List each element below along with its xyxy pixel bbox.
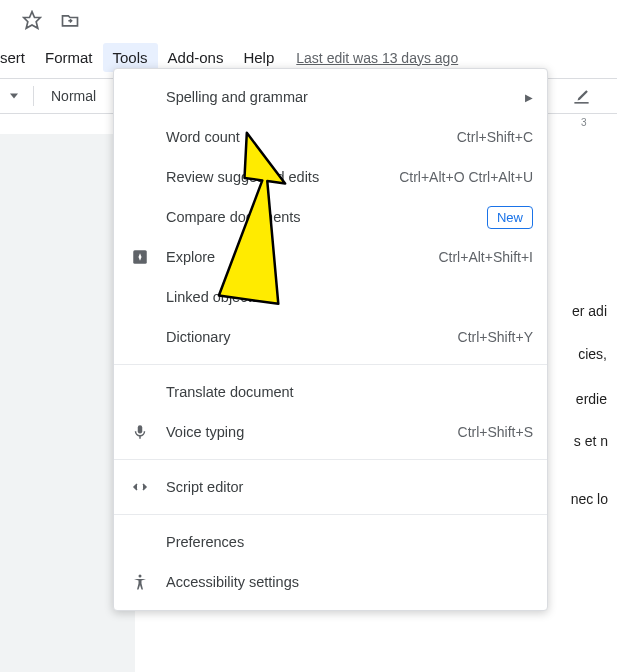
menu-dictionary[interactable]: Dictionary Ctrl+Shift+Y (114, 317, 547, 357)
svg-marker-0 (24, 12, 41, 29)
menu-linked-objects[interactable]: Linked objects (114, 277, 547, 317)
blank-icon (126, 207, 154, 227)
script-icon (126, 477, 154, 497)
move-folder-icon[interactable] (60, 10, 80, 34)
svg-point-6 (139, 575, 142, 578)
doc-text: nec lo (571, 488, 608, 510)
doc-text: s et n (574, 430, 608, 452)
menu-script-editor[interactable]: Script editor (114, 467, 547, 507)
menu-format[interactable]: Format (35, 43, 103, 72)
blank-icon (126, 287, 154, 307)
accessibility-icon (126, 572, 154, 592)
ruler-tick: 3 (581, 117, 617, 128)
doc-text: er adi (572, 300, 607, 322)
shortcut-text: Ctrl+Shift+S (458, 424, 533, 440)
doc-text: cies, (578, 343, 607, 365)
shortcut-text: Ctrl+Shift+Y (458, 329, 533, 345)
paint-format-icon[interactable] (572, 87, 591, 110)
shortcut-text: Ctrl+Shift+C (457, 129, 533, 145)
blank-icon (126, 127, 154, 147)
toolbar-dropdown-1[interactable] (4, 92, 24, 100)
paragraph-style-select[interactable]: Normal (43, 88, 104, 104)
menu-separator (114, 364, 547, 365)
menu-compare-documents[interactable]: Compare documents New (114, 197, 547, 237)
blank-icon (126, 87, 154, 107)
menu-voice-typing[interactable]: Voice typing Ctrl+Shift+S (114, 412, 547, 452)
menu-review-suggested[interactable]: Review suggested edits Ctrl+Alt+O Ctrl+A… (114, 157, 547, 197)
shortcut-text: Ctrl+Alt+O Ctrl+Alt+U (399, 169, 533, 185)
menu-word-count[interactable]: Word count Ctrl+Shift+C (114, 117, 547, 157)
blank-icon (126, 167, 154, 187)
menu-spelling-grammar[interactable]: Spelling and grammar ▶ (114, 77, 547, 117)
edit-status-link[interactable]: Last edit was 13 days ago (296, 50, 458, 66)
menu-explore[interactable]: Explore Ctrl+Alt+Shift+I (114, 237, 547, 277)
menu-accessibility[interactable]: Accessibility settings (114, 562, 547, 602)
tools-dropdown: Spelling and grammar ▶ Word count Ctrl+S… (113, 68, 548, 611)
doc-text: erdie (576, 388, 607, 410)
star-icon[interactable] (22, 10, 42, 34)
menu-insert[interactable]: sert (0, 43, 35, 72)
menu-separator (114, 514, 547, 515)
blank-icon (126, 382, 154, 402)
microphone-icon (126, 422, 154, 442)
shortcut-text: Ctrl+Alt+Shift+I (438, 249, 533, 265)
explore-icon (126, 247, 154, 267)
menu-translate[interactable]: Translate document (114, 372, 547, 412)
menu-preferences[interactable]: Preferences (114, 522, 547, 562)
svg-rect-4 (138, 425, 143, 433)
svg-marker-1 (10, 94, 18, 99)
blank-icon (126, 327, 154, 347)
blank-icon (126, 532, 154, 552)
submenu-arrow-icon: ▶ (525, 92, 533, 103)
new-badge: New (487, 206, 533, 229)
ruler: 3 (581, 114, 617, 130)
menu-separator (114, 459, 547, 460)
